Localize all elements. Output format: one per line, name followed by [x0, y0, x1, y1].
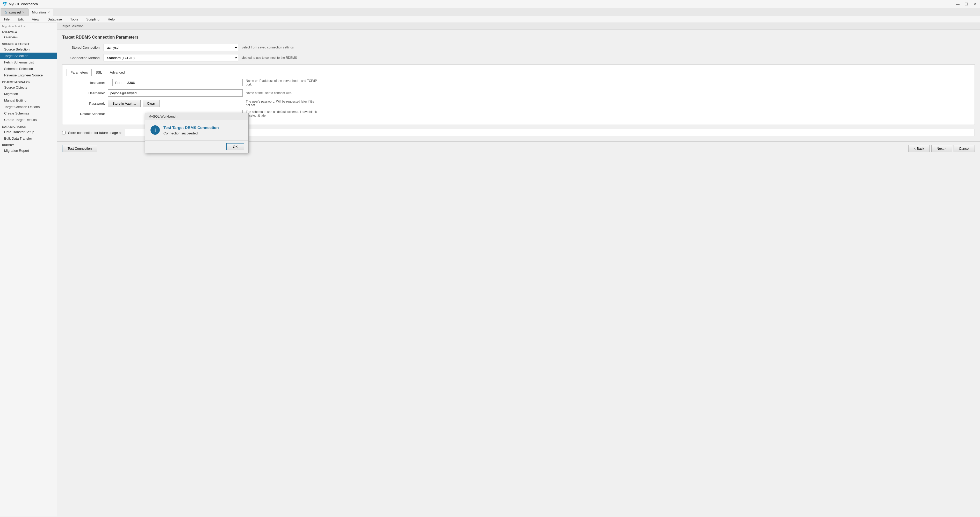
username-hint: Name of the user to connect with. [246, 91, 292, 95]
footer-left: Test Connection [62, 145, 97, 152]
dialog-info-icon: i [151, 126, 160, 135]
sidebar-item-target-creation[interactable]: Target Creation Options [0, 103, 57, 110]
sidebar-item-source-objects[interactable]: Source Objects [0, 84, 57, 91]
menu-bar: File Edit View Database Tools Scripting … [0, 16, 980, 23]
hostname-row: Hostname: Port: Name or IP address of th… [67, 79, 970, 86]
sidebar-item-source-selection[interactable]: Source Selection [0, 46, 57, 52]
content-breadcrumb: Target Selection [57, 23, 980, 30]
dialog-heading: Test Target DBMS Connection [164, 126, 219, 130]
connection-method-label: Connection Method: [62, 56, 103, 60]
sidebar-item-data-transfer[interactable]: Data Transfer Setup [0, 129, 57, 135]
dialog-content: Test Target DBMS Connection Connection s… [164, 126, 219, 135]
store-connection-input[interactable] [125, 129, 975, 136]
dialog-titlebar: MySQL Workbench [145, 113, 248, 120]
title-bar: 🐬 MySQL Workbench — ❐ ✕ [0, 0, 980, 8]
menu-file[interactable]: File [2, 17, 12, 22]
sidebar-item-migration[interactable]: Migration [0, 91, 57, 97]
store-vault-button[interactable]: Store in Vault ... [108, 100, 141, 107]
menu-database[interactable]: Database [45, 17, 64, 22]
username-control [108, 89, 243, 97]
sidebar-section-object-migration: OBJECT MIGRATION [0, 78, 57, 84]
tab-parameters[interactable]: Parameters [67, 69, 92, 76]
main-layout: Migration Task List OVERVIEW Overview SO… [0, 23, 980, 517]
connection-method-select[interactable]: Standard (TCP/IP) [103, 54, 238, 61]
password-label: Password: [67, 102, 108, 105]
connection-method-row: Connection Method: Standard (TCP/IP) Met… [62, 54, 975, 61]
back-button[interactable]: < Back [908, 145, 929, 152]
tab-bar: ⌂ azmysql ✕ Migration ✕ [0, 8, 980, 16]
password-buttons: Store in Vault ... Clear [108, 100, 243, 107]
window-controls: — ❐ ✕ [955, 2, 978, 7]
sidebar-item-create-schemas[interactable]: Create Schemas [0, 110, 57, 116]
dialog-message: Connection succeeded. [164, 131, 219, 135]
tab-ssl[interactable]: SSL [92, 69, 106, 76]
sidebar-item-schemas-selection[interactable]: Schemas Selection [0, 65, 57, 72]
store-connection-checkbox[interactable] [62, 131, 65, 134]
menu-help[interactable]: Help [106, 17, 117, 22]
connection-success-dialog: MySQL Workbench i Test Target DBMS Conne… [145, 113, 249, 153]
port-input[interactable] [125, 79, 243, 86]
stored-connection-label: Stored Connection: [62, 46, 103, 49]
sidebar: Migration Task List OVERVIEW Overview SO… [0, 23, 57, 517]
default-schema-hint: The schema to use as default schema. Lea… [246, 110, 318, 117]
username-label: Username: [67, 91, 108, 95]
sidebar-header: Migration Task List [0, 23, 57, 28]
app-title: MySQL Workbench [9, 2, 38, 6]
tab-home-label: azmysql [8, 10, 21, 14]
connection-method-control: Standard (TCP/IP) [103, 54, 238, 61]
hostname-input[interactable] [108, 79, 113, 86]
app-icon: 🐬 [2, 2, 7, 6]
tab-migration-label: Migration [32, 10, 46, 14]
stored-connection-hint: Select from saved connection settings [241, 46, 294, 49]
stored-connection-control: azmysql [103, 44, 238, 51]
store-connection-label: Store connection for future usage as [68, 131, 123, 135]
username-row: Username: Name of the user to connect wi… [67, 89, 970, 97]
menu-view[interactable]: View [30, 17, 41, 22]
cancel-button[interactable]: Cancel [954, 145, 975, 152]
section-title: Target RDBMS Connection Parameters [62, 35, 975, 40]
password-row: Password: Store in Vault ... Clear The u… [67, 100, 970, 107]
tab-migration[interactable]: Migration ✕ [29, 9, 53, 16]
menu-scripting[interactable]: Scripting [84, 17, 102, 22]
sidebar-item-reverse-engineer[interactable]: Reverse Engineer Source [0, 72, 57, 78]
menu-tools[interactable]: Tools [68, 17, 80, 22]
tab-migration-close[interactable]: ✕ [48, 11, 50, 14]
stored-connection-select[interactable]: azmysql [103, 44, 238, 51]
menu-edit[interactable]: Edit [16, 17, 25, 22]
sidebar-item-target-selection[interactable]: Target Selection [0, 52, 57, 59]
sidebar-item-manual-editing[interactable]: Manual Editing [0, 97, 57, 103]
sidebar-section-report: REPORT [0, 142, 57, 147]
dialog-ok-button[interactable]: OK [226, 143, 244, 150]
connection-method-hint: Method to use to connect to the RDBMS [241, 56, 297, 60]
sidebar-item-overview[interactable]: Overview [0, 34, 57, 40]
minimize-button[interactable]: — [955, 2, 961, 7]
clear-password-button[interactable]: Clear [143, 100, 159, 107]
port-label: Port: [115, 81, 122, 85]
hostname-label: Hostname: [67, 81, 108, 85]
next-button[interactable]: Next > [931, 145, 952, 152]
dialog-footer: OK [145, 140, 248, 153]
sidebar-section-overview: OVERVIEW [0, 28, 57, 34]
maximize-button[interactable]: ❐ [963, 2, 970, 7]
stored-connection-row: Stored Connection: azmysql Select from s… [62, 44, 975, 51]
tab-home-close[interactable]: ✕ [22, 11, 25, 14]
hostname-hint: Name or IP address of the server host - … [246, 79, 318, 86]
username-input[interactable] [108, 89, 243, 97]
password-control: Store in Vault ... Clear [108, 100, 243, 107]
password-hint: The user's password. Will be requested l… [246, 100, 318, 107]
home-icon: ⌂ [5, 10, 7, 14]
sidebar-item-bulk-data[interactable]: Bulk Data Transfer [0, 135, 57, 142]
sidebar-section-source-target: SOURCE & TARGET [0, 40, 57, 46]
close-button[interactable]: ✕ [972, 2, 978, 7]
footer-right: < Back Next > Cancel [908, 145, 975, 152]
default-schema-label: Default Schema: [67, 112, 108, 116]
tab-home[interactable]: ⌂ azmysql ✕ [1, 8, 28, 16]
sidebar-item-create-target[interactable]: Create Target Results [0, 116, 57, 123]
test-connection-button[interactable]: Test Connection [62, 145, 97, 152]
dialog-body: i Test Target DBMS Connection Connection… [145, 120, 248, 140]
params-tab-strip: Parameters SSL Advanced [67, 69, 970, 76]
sidebar-item-fetch-schemas[interactable]: Fetch Schemas List [0, 59, 57, 65]
sidebar-item-migration-report[interactable]: Migration Report [0, 147, 57, 154]
content-wrapper: Target RDBMS Connection Parameters Store… [57, 30, 980, 142]
tab-advanced[interactable]: Advanced [106, 69, 129, 76]
